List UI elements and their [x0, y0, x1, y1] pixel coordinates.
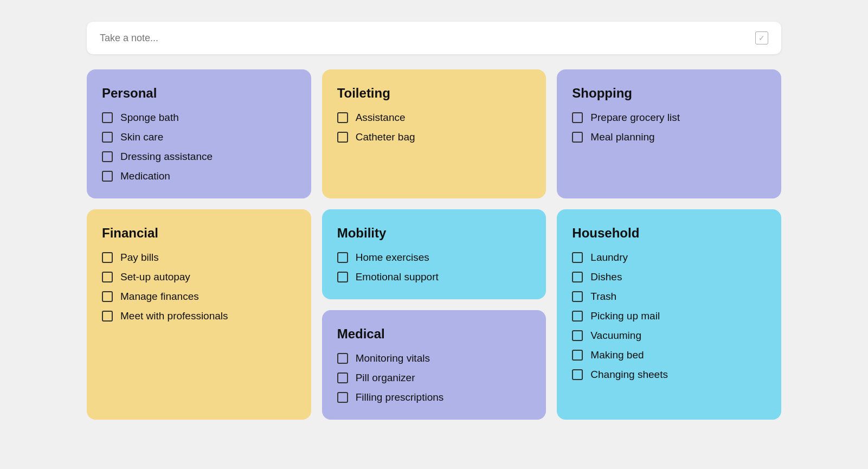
- card-title-financial: Financial: [102, 226, 296, 241]
- checkbox[interactable]: [102, 272, 113, 282]
- checklist-item-label: Catheter bag: [356, 131, 415, 143]
- checklist-item-label: Sponge bath: [120, 112, 179, 124]
- checklist-toileting: AssistanceCatheter bag: [337, 112, 531, 143]
- card-toileting: ToiletingAssistanceCatheter bag: [322, 69, 546, 198]
- checklist-item-label: Picking up mail: [590, 310, 660, 322]
- checklist-household: LaundryDishesTrashPicking up mailVacuumi…: [572, 252, 766, 381]
- cards-grid: PersonalSponge bathSkin careDressing ass…: [87, 69, 781, 420]
- card-title-shopping: Shopping: [572, 86, 766, 101]
- card-mobility: MobilityHome exercisesEmotional support: [322, 209, 546, 299]
- checklist-item-label: Home exercises: [356, 252, 429, 264]
- card-title-personal: Personal: [102, 86, 296, 101]
- list-item[interactable]: Changing sheets: [572, 369, 766, 381]
- list-item[interactable]: Manage finances: [102, 291, 296, 303]
- list-item[interactable]: Picking up mail: [572, 310, 766, 322]
- checklist-icon: [755, 31, 768, 44]
- checklist-item-label: Dressing assistance: [120, 151, 213, 163]
- list-item[interactable]: Dishes: [572, 271, 766, 283]
- list-item[interactable]: Skin care: [102, 131, 296, 143]
- checklist-item-label: Laundry: [590, 252, 628, 264]
- list-item[interactable]: Pill organizer: [337, 372, 531, 384]
- search-input[interactable]: [100, 33, 755, 44]
- list-item[interactable]: Sponge bath: [102, 112, 296, 124]
- checklist-financial: Pay billsSet-up autopayManage financesMe…: [102, 252, 296, 322]
- checklist-item-label: Meet with professionals: [120, 310, 228, 322]
- checklist-item-label: Dishes: [590, 271, 622, 283]
- checkbox[interactable]: [102, 112, 113, 123]
- checkbox[interactable]: [102, 252, 113, 263]
- list-item[interactable]: Emotional support: [337, 271, 531, 283]
- checkbox[interactable]: [572, 272, 583, 282]
- checkbox[interactable]: [102, 151, 113, 162]
- checklist-item-label: Meal planning: [590, 131, 654, 143]
- checkbox[interactable]: [337, 392, 348, 403]
- checkbox[interactable]: [572, 369, 583, 380]
- list-item[interactable]: Dressing assistance: [102, 151, 296, 163]
- card-personal: PersonalSponge bathSkin careDressing ass…: [87, 69, 311, 198]
- checkbox[interactable]: [572, 132, 583, 143]
- checklist-item-label: Manage finances: [120, 291, 199, 303]
- list-item[interactable]: Vacuuming: [572, 330, 766, 342]
- card-shopping: ShoppingPrepare grocery listMeal plannin…: [557, 69, 781, 198]
- checklist-item-label: Trash: [590, 291, 616, 303]
- checklist-mobility: Home exercisesEmotional support: [337, 252, 531, 283]
- checkbox[interactable]: [337, 272, 348, 282]
- checkbox[interactable]: [572, 350, 583, 361]
- card-medical: MedicalMonitoring vitalsPill organizerFi…: [322, 310, 546, 420]
- checklist-shopping: Prepare grocery listMeal planning: [572, 112, 766, 143]
- card-household: HouseholdLaundryDishesTrashPicking up ma…: [557, 209, 781, 420]
- card-title-toileting: Toileting: [337, 86, 531, 101]
- list-item[interactable]: Pay bills: [102, 252, 296, 264]
- card-title-household: Household: [572, 226, 766, 241]
- list-item[interactable]: Assistance: [337, 112, 531, 124]
- checkbox[interactable]: [572, 311, 583, 322]
- card-financial: FinancialPay billsSet-up autopayManage f…: [87, 209, 311, 420]
- checklist-item-label: Changing sheets: [590, 369, 668, 381]
- list-item[interactable]: Home exercises: [337, 252, 531, 264]
- checklist-item-label: Monitoring vitals: [356, 352, 430, 364]
- checklist-item-label: Skin care: [120, 131, 163, 143]
- checklist-item-label: Assistance: [356, 112, 406, 124]
- checkbox[interactable]: [572, 112, 583, 123]
- list-item[interactable]: Monitoring vitals: [337, 352, 531, 364]
- list-item[interactable]: Meet with professionals: [102, 310, 296, 322]
- checkbox[interactable]: [572, 252, 583, 263]
- checkbox[interactable]: [337, 252, 348, 263]
- checkbox[interactable]: [102, 132, 113, 143]
- list-item[interactable]: Catheter bag: [337, 131, 531, 143]
- list-item[interactable]: Making bed: [572, 349, 766, 361]
- checklist-item-label: Prepare grocery list: [590, 112, 680, 124]
- checkbox[interactable]: [572, 330, 583, 341]
- checklist-item-label: Filling prescriptions: [356, 391, 444, 403]
- list-item[interactable]: Meal planning: [572, 131, 766, 143]
- card-title-medical: Medical: [337, 326, 531, 342]
- checkbox[interactable]: [102, 171, 113, 182]
- list-item[interactable]: Filling prescriptions: [337, 391, 531, 403]
- checklist-personal: Sponge bathSkin careDressing assistanceM…: [102, 112, 296, 182]
- search-bar[interactable]: [87, 22, 781, 54]
- checkbox[interactable]: [572, 291, 583, 302]
- checklist-item-label: Medication: [120, 170, 170, 182]
- checklist-item-label: Pill organizer: [356, 372, 415, 384]
- checklist-medical: Monitoring vitalsPill organizerFilling p…: [337, 352, 531, 403]
- list-item[interactable]: Set-up autopay: [102, 271, 296, 283]
- checklist-item-label: Making bed: [590, 349, 644, 361]
- checkbox[interactable]: [337, 112, 348, 123]
- list-item[interactable]: Medication: [102, 170, 296, 182]
- checkbox[interactable]: [102, 311, 113, 322]
- list-item[interactable]: Prepare grocery list: [572, 112, 766, 124]
- checkbox[interactable]: [337, 132, 348, 143]
- list-item[interactable]: Laundry: [572, 252, 766, 264]
- checkbox[interactable]: [337, 372, 348, 383]
- card-title-mobility: Mobility: [337, 226, 531, 241]
- checklist-item-label: Set-up autopay: [120, 271, 190, 283]
- list-item[interactable]: Trash: [572, 291, 766, 303]
- checkbox[interactable]: [337, 353, 348, 364]
- checkbox[interactable]: [102, 291, 113, 302]
- checklist-item-label: Emotional support: [356, 271, 439, 283]
- checklist-item-label: Pay bills: [120, 252, 159, 264]
- checklist-item-label: Vacuuming: [590, 330, 641, 342]
